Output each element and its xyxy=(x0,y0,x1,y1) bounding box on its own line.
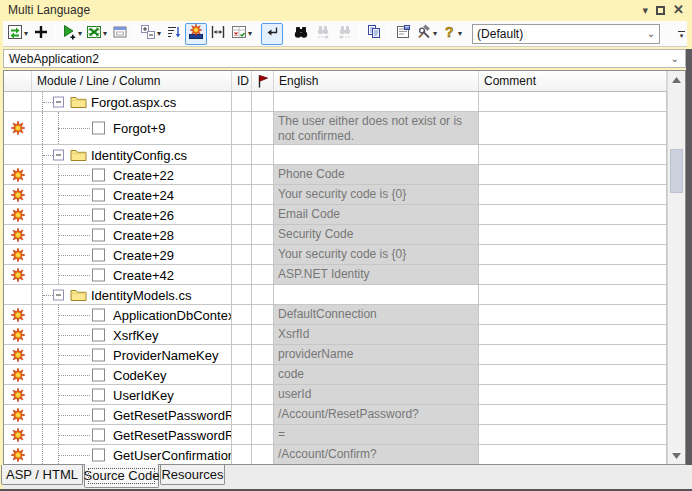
grid-row-item[interactable]: GetResetPasswordRe/Account/ResetPassword… xyxy=(4,405,667,425)
close-button[interactable]: ✕ xyxy=(673,2,684,18)
tree-collapse-toggle[interactable] xyxy=(53,96,64,107)
grid-row-item[interactable]: Forgot+9The user either does not exist o… xyxy=(4,112,667,145)
tree-collapse-toggle[interactable] xyxy=(53,149,64,160)
table-check-button[interactable]: ▾ xyxy=(229,23,254,45)
tools-button[interactable]: ▾ xyxy=(414,23,439,45)
highlight-new-button[interactable] xyxy=(185,23,207,45)
grid-row-item[interactable]: CodeKeycode xyxy=(4,365,667,385)
english-cell[interactable]: Phone Code xyxy=(274,165,479,184)
comment-cell[interactable] xyxy=(479,445,667,464)
tab-resources[interactable]: Resources xyxy=(160,465,225,485)
header-flag[interactable] xyxy=(252,71,274,91)
grid-row-item[interactable]: Create+22Phone Code xyxy=(4,165,667,185)
grid-row-item[interactable]: XsrfKeyXsrfId xyxy=(4,325,667,345)
comment-cell[interactable] xyxy=(479,305,667,324)
row-checkbox[interactable] xyxy=(92,348,105,361)
run-add-button[interactable]: ▾ xyxy=(59,23,84,45)
return-button[interactable] xyxy=(261,23,283,45)
titlebar[interactable]: Multi Language ▾ ✕ xyxy=(0,0,692,21)
project-combobox[interactable]: WebApplication2 ⌄ xyxy=(3,49,686,68)
toolbar-overflow-button[interactable]: ▾ xyxy=(677,23,686,45)
scroll-down-button[interactable] xyxy=(668,447,685,464)
dialog-button[interactable] xyxy=(109,23,131,45)
tab-asp-html[interactable]: ASP / HTML xyxy=(1,465,83,485)
header-english[interactable]: English xyxy=(274,71,479,91)
row-checkbox[interactable] xyxy=(92,268,105,281)
header-comment[interactable]: Comment xyxy=(479,71,667,91)
row-checkbox[interactable] xyxy=(92,122,105,135)
comment-cell[interactable] xyxy=(479,205,667,224)
row-checkbox[interactable] xyxy=(92,448,105,461)
english-cell[interactable]: Your security code is {0} xyxy=(274,245,479,264)
grid-row-item[interactable]: Create+42ASP.NET Identity xyxy=(4,265,667,285)
english-cell[interactable]: userId xyxy=(274,385,479,404)
export-excel-button[interactable]: ▾ xyxy=(84,23,109,45)
grid-row-item[interactable]: Create+26Email Code xyxy=(4,205,667,225)
tree-collapse-toggle[interactable] xyxy=(53,289,64,300)
row-checkbox[interactable] xyxy=(92,308,105,321)
grid-row-folder[interactable]: Forgot.aspx.cs xyxy=(4,92,667,112)
vertical-scrollbar[interactable] xyxy=(667,71,685,464)
grid-row-item[interactable]: Create+28Security Code xyxy=(4,225,667,245)
comment-cell[interactable] xyxy=(479,145,667,164)
column-width-button[interactable] xyxy=(207,23,229,45)
grid-row-item[interactable]: Create+24Your security code is {0} xyxy=(4,185,667,205)
row-checkbox[interactable] xyxy=(92,328,105,341)
maximize-button[interactable] xyxy=(656,6,665,15)
grid-row-item[interactable]: UserIdKeyuserId xyxy=(4,385,667,405)
row-checkbox[interactable] xyxy=(92,428,105,441)
help-button[interactable]: ?▾ xyxy=(439,23,464,45)
scroll-up-button[interactable] xyxy=(668,71,685,88)
find-button[interactable] xyxy=(290,23,312,45)
grid-row-item[interactable]: ProviderNameKeyproviderName xyxy=(4,345,667,365)
english-cell[interactable]: ASP.NET Identity xyxy=(274,265,479,284)
header-icon-column[interactable] xyxy=(4,71,32,91)
grid-row-folder[interactable]: IdentityModels.cs xyxy=(4,285,667,305)
add-button[interactable] xyxy=(30,23,52,45)
english-cell[interactable]: providerName xyxy=(274,345,479,364)
comment-cell[interactable] xyxy=(479,325,667,344)
comment-cell[interactable] xyxy=(479,365,667,384)
window-menu-button[interactable]: ▾ xyxy=(643,2,649,18)
comment-cell[interactable] xyxy=(479,165,667,184)
row-checkbox[interactable] xyxy=(92,228,105,241)
english-cell[interactable]: /Account/Confirm? xyxy=(274,445,479,464)
comment-cell[interactable] xyxy=(479,92,667,111)
english-cell[interactable]: /Account/ResetPassword? xyxy=(274,405,479,424)
comment-cell[interactable] xyxy=(479,385,667,404)
expand-collapse-button[interactable]: ▾ xyxy=(138,23,163,45)
grid-row-item[interactable]: ApplicationDbContexDefaultConnection xyxy=(4,305,667,325)
comment-cell[interactable] xyxy=(479,112,667,144)
english-cell[interactable]: Email Code xyxy=(274,205,479,224)
row-checkbox[interactable] xyxy=(92,388,105,401)
header-id[interactable]: ID xyxy=(232,71,252,91)
row-checkbox[interactable] xyxy=(92,368,105,381)
english-cell[interactable]: code xyxy=(274,365,479,384)
grid-row-folder[interactable]: IdentityConfig.cs xyxy=(4,145,667,165)
refresh-button[interactable]: ▾ xyxy=(5,23,30,45)
english-cell[interactable] xyxy=(274,285,479,304)
sort-button[interactable] xyxy=(163,23,185,45)
comment-cell[interactable] xyxy=(479,265,667,284)
tab-source-code[interactable]: Source Code xyxy=(84,464,159,488)
comment-cell[interactable] xyxy=(479,185,667,204)
comment-cell[interactable] xyxy=(479,405,667,424)
row-checkbox[interactable] xyxy=(92,248,105,261)
english-cell[interactable]: Your security code is {0} xyxy=(274,185,479,204)
row-checkbox[interactable] xyxy=(92,408,105,421)
comment-cell[interactable] xyxy=(479,245,667,264)
comment-cell[interactable] xyxy=(479,225,667,244)
header-module[interactable]: Module / Line / Column xyxy=(32,71,232,91)
grid-row-item[interactable]: GetResetPasswordRe= xyxy=(4,425,667,445)
row-checkbox[interactable] xyxy=(92,188,105,201)
row-checkbox[interactable] xyxy=(92,168,105,181)
language-combobox[interactable]: (Default) ⌄ xyxy=(472,24,660,44)
scrollbar-thumb[interactable] xyxy=(670,149,683,193)
properties-button[interactable] xyxy=(392,23,414,45)
comment-cell[interactable] xyxy=(479,425,667,444)
comment-cell[interactable] xyxy=(479,345,667,364)
row-checkbox[interactable] xyxy=(92,208,105,221)
english-cell[interactable]: = xyxy=(274,425,479,444)
grid-row-item[interactable]: GetUserConfirmation/Account/Confirm? xyxy=(4,445,667,464)
english-cell[interactable] xyxy=(274,145,479,164)
